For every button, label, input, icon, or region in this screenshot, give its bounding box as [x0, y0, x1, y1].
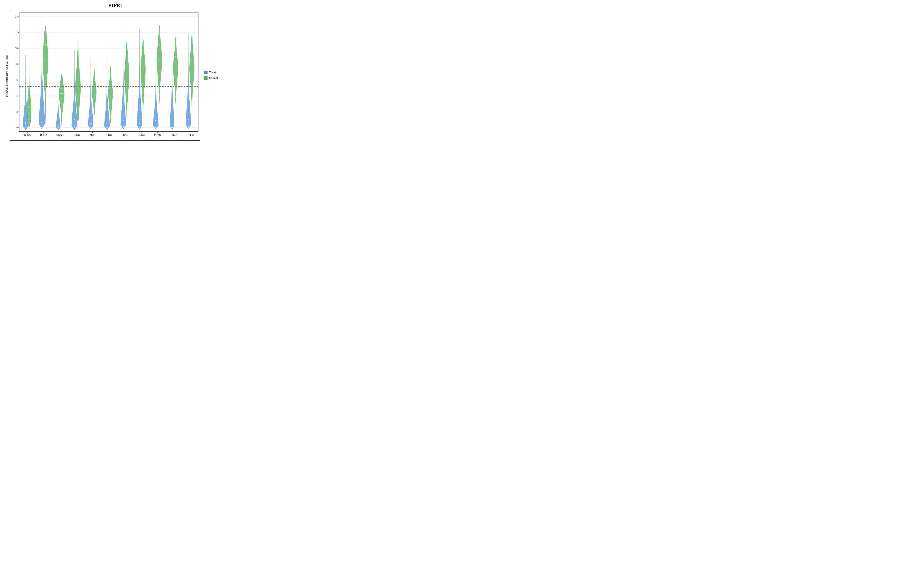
- svg-rect-280: [192, 97, 192, 97]
- svg-rect-162: [110, 98, 111, 98]
- svg-rect-38: [29, 127, 29, 128]
- svg-rect-205: [139, 28, 139, 29]
- svg-rect-110: [78, 123, 78, 124]
- svg-rect-174: [123, 127, 124, 128]
- svg-rect-167: [110, 66, 110, 66]
- svg-rect-253: [171, 40, 172, 41]
- svg-rect-92: [61, 89, 61, 89]
- svg-rect-224: [155, 126, 156, 127]
- svg-rect-132: [91, 82, 91, 83]
- svg-rect-256: [176, 97, 176, 97]
- svg-rect-35: [26, 123, 26, 124]
- svg-rect-136: [94, 111, 95, 111]
- plot-area: 02468101214BLCABRCACOADHNSCKICHKIRCLUADL…: [10, 10, 200, 140]
- svg-text:0: 0: [16, 126, 18, 129]
- svg-rect-107: [74, 119, 75, 120]
- chart-title: PTPRT: [108, 3, 123, 8]
- svg-rect-104: [74, 126, 75, 127]
- svg-text:COAD: COAD: [57, 134, 64, 136]
- svg-rect-41: [29, 119, 29, 120]
- svg-rect-275: [188, 119, 189, 120]
- svg-rect-93: [61, 84, 62, 84]
- svg-rect-276: [189, 76, 189, 76]
- svg-rect-166: [111, 73, 111, 73]
- svg-rect-281: [191, 84, 192, 84]
- svg-rect-62: [45, 123, 45, 124]
- svg-rect-60: [42, 68, 42, 68]
- svg-rect-67: [45, 60, 46, 61]
- svg-rect-109: [74, 50, 74, 50]
- svg-rect-198: [140, 127, 140, 128]
- svg-rect-202: [139, 124, 139, 125]
- svg-rect-286: [192, 42, 192, 43]
- svg-rect-128: [90, 126, 91, 126]
- svg-rect-133: [90, 58, 90, 58]
- svg-rect-222: [156, 127, 157, 128]
- svg-rect-69: [45, 44, 45, 45]
- chart-container: PTPRT mRNA Expression (RNASeq V2, log2) …: [4, 3, 227, 141]
- svg-rect-229: [155, 56, 156, 56]
- svg-rect-131: [90, 108, 91, 108]
- svg-rect-45: [29, 84, 29, 84]
- svg-rect-175: [123, 127, 123, 128]
- svg-rect-46: [29, 74, 30, 74]
- svg-rect-261: [175, 56, 176, 56]
- legend-item-tumor: Tumor: [204, 71, 217, 74]
- legend-box-normal: [204, 76, 207, 80]
- svg-rect-244: [171, 130, 172, 130]
- svg-rect-153: [107, 126, 108, 126]
- svg-rect-230: [158, 103, 159, 104]
- svg-rect-237: [159, 44, 160, 45]
- svg-rect-285: [192, 52, 192, 53]
- svg-text:LUSC: LUSC: [138, 134, 145, 136]
- svg-rect-65: [45, 76, 45, 76]
- svg-text:PRAD: PRAD: [154, 134, 161, 136]
- svg-rect-235: [159, 60, 160, 61]
- svg-text:HNSC: HNSC: [73, 134, 80, 136]
- svg-rect-231: [159, 95, 160, 96]
- svg-rect-52: [41, 129, 42, 129]
- svg-rect-127: [90, 127, 90, 128]
- svg-rect-178: [123, 120, 123, 121]
- svg-rect-105: [74, 125, 75, 126]
- svg-rect-263: [175, 36, 176, 37]
- svg-rect-211: [143, 68, 144, 68]
- svg-rect-106: [74, 122, 74, 123]
- svg-rect-277: [188, 32, 188, 33]
- svg-rect-233: [158, 80, 159, 81]
- svg-text:12: 12: [15, 31, 18, 34]
- svg-rect-111: [78, 114, 78, 115]
- svg-rect-138: [94, 98, 95, 98]
- svg-rect-159: [110, 118, 111, 118]
- svg-rect-200: [139, 127, 140, 127]
- svg-rect-94: [62, 79, 62, 79]
- svg-rect-81: [58, 127, 59, 127]
- svg-rect-278: [191, 108, 192, 108]
- svg-rect-189: [126, 60, 127, 61]
- svg-rect-47: [29, 64, 29, 64]
- svg-rect-158: [110, 123, 110, 124]
- svg-rect-287: [191, 32, 192, 33]
- svg-rect-220: [155, 129, 156, 129]
- svg-rect-180: [123, 78, 124, 78]
- svg-rect-129: [91, 123, 91, 124]
- svg-text:8: 8: [16, 63, 18, 66]
- svg-text:KICH: KICH: [89, 134, 95, 136]
- svg-rect-34: [25, 124, 26, 125]
- svg-rect-212: [142, 60, 143, 61]
- svg-rect-139: [94, 92, 95, 92]
- svg-rect-113: [78, 100, 78, 100]
- svg-rect-271: [188, 127, 188, 128]
- svg-rect-163: [111, 92, 111, 92]
- svg-rect-89: [61, 103, 61, 104]
- svg-rect-150: [107, 127, 108, 128]
- svg-rect-225: [156, 125, 157, 126]
- svg-rect-54: [42, 127, 42, 128]
- svg-rect-154: [106, 123, 107, 124]
- svg-rect-142: [94, 74, 95, 74]
- svg-rect-37: [25, 55, 26, 55]
- svg-rect-44: [29, 95, 29, 96]
- svg-text:LUAD: LUAD: [122, 134, 128, 136]
- svg-rect-39: [29, 121, 29, 122]
- svg-rect-157: [106, 56, 107, 56]
